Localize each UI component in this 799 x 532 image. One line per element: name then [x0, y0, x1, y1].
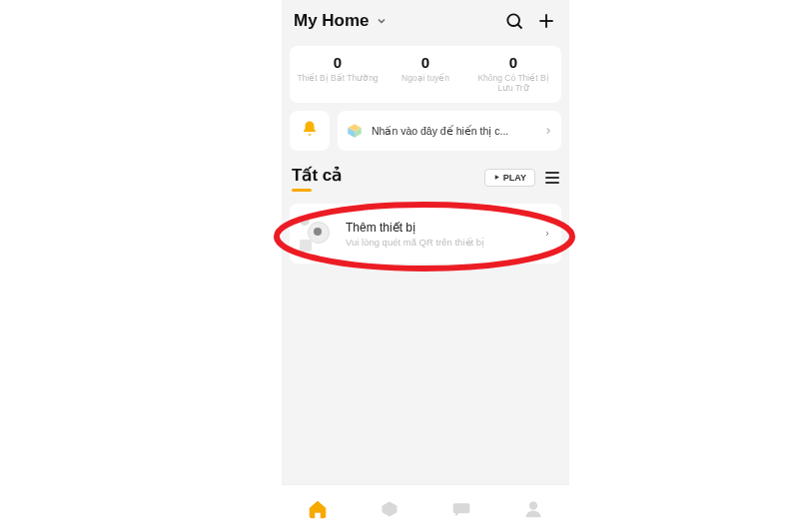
stat-abnormal[interactable]: 0 Thiết Bị Bất Thường [294, 54, 382, 93]
play-button[interactable]: PLAY [484, 169, 535, 187]
add-device-card[interactable]: Thêm thiết bị Vui lòng quét mã QR trên t… [290, 204, 561, 264]
nav-scene[interactable] [376, 495, 403, 523]
stat-value: 0 [382, 54, 469, 71]
section-header: Tất cả PLAY [292, 165, 559, 190]
stat-label: Thiết Bị Bất Thường [294, 73, 382, 83]
header: My Home [282, 0, 569, 40]
stat-label: Không Có Thiết Bị Lưu Trữ [469, 73, 557, 93]
device-title: Thêm thiết bị [346, 221, 543, 235]
svg-marker-8 [383, 501, 398, 516]
svg-marker-7 [495, 175, 499, 180]
search-icon[interactable] [503, 10, 525, 32]
notifications-button[interactable] [290, 111, 330, 151]
notice-row: Nhấn vào đây để hiển thị c... [290, 111, 561, 151]
bell-icon [301, 120, 319, 142]
notice-text: Nhấn vào đây để hiển thị c... [372, 125, 543, 137]
chevron-down-icon [376, 15, 388, 27]
play-label: PLAY [503, 173, 526, 183]
list-view-icon[interactable] [545, 172, 559, 184]
nav-home[interactable] [304, 495, 332, 523]
stats-card: 0 Thiết Bị Bất Thường 0 Ngoại tuyến 0 Kh… [290, 46, 561, 103]
svg-point-0 [507, 14, 519, 26]
device-text: Thêm thiết bị Vui lòng quét mã QR trên t… [346, 221, 543, 248]
home-selector[interactable]: My Home [294, 11, 388, 31]
stat-label: Ngoại tuyến [382, 73, 469, 83]
cube-icon [346, 122, 364, 140]
chevron-right-icon [543, 122, 553, 140]
nav-message[interactable] [447, 495, 475, 523]
svg-line-1 [518, 25, 522, 29]
add-icon[interactable] [535, 10, 557, 32]
svg-point-9 [529, 501, 537, 509]
camera-icon [300, 216, 336, 252]
stat-no-storage[interactable]: 0 Không Có Thiết Bị Lưu Trữ [469, 54, 557, 93]
bottom-nav [282, 484, 569, 532]
tab-all[interactable]: Tất cả [292, 165, 342, 190]
device-subtitle: Vui lòng quét mã QR trên thiết bị [346, 237, 543, 248]
app-screen: My Home 0 Thiết Bị Bất Thường 0 Ngoại tu… [282, 0, 569, 532]
banner-notice[interactable]: Nhấn vào đây để hiển thị c... [338, 111, 561, 151]
stat-value: 0 [294, 54, 382, 71]
play-icon [493, 173, 500, 183]
chevron-right-icon [543, 229, 551, 240]
home-title: My Home [294, 11, 370, 31]
nav-profile[interactable] [519, 495, 547, 523]
stat-value: 0 [469, 54, 557, 71]
stat-offline[interactable]: 0 Ngoại tuyến [382, 54, 469, 93]
